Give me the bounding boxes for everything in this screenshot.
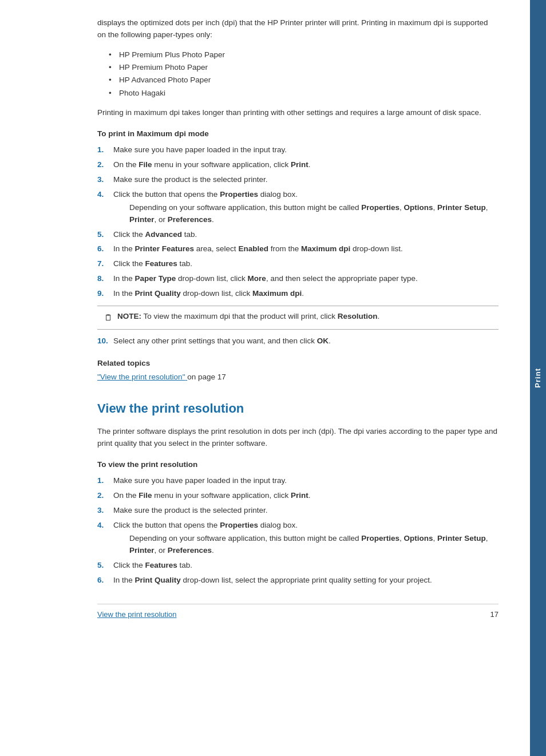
step-num: 5. — [97, 560, 113, 572]
step-text: Click the Features tab. — [113, 258, 498, 270]
step-num: 1. — [97, 144, 113, 156]
step-7: 7. Click the Features tab. — [97, 258, 498, 270]
section2-steps: 1. Make sure you have paper loaded in th… — [97, 475, 498, 586]
step-num: 7. — [97, 258, 113, 270]
step-num: 3. — [97, 505, 113, 517]
section2-title: View the print resolution — [97, 399, 498, 418]
step-text: In the Print Quality drop-down list, sel… — [113, 575, 498, 587]
step-num: 2. — [97, 159, 113, 171]
step-num: 10. — [97, 335, 113, 347]
step10-list: 10. Select any other print settings that… — [97, 335, 498, 347]
s2-step-3: 3. Make sure the product is the selected… — [97, 505, 498, 517]
step-text: Make sure the product is the selected pr… — [113, 174, 498, 186]
note-icon: 🗒 — [104, 311, 113, 324]
step-content: Click the button that opens the Properti… — [113, 189, 498, 226]
list-item: HP Premium Plus Photo Paper — [109, 49, 498, 61]
step-num: 2. — [97, 490, 113, 502]
step-9: 9. In the Print Quality drop-down list, … — [97, 288, 498, 300]
step-indent: Depending on your software application, … — [129, 202, 498, 226]
section2-heading: To view the print resolution — [97, 459, 498, 470]
step-text: Make sure the product is the selected pr… — [113, 505, 498, 517]
step-num: 8. — [97, 273, 113, 285]
step-num: 5. — [97, 229, 113, 241]
step-4: 4. Click the button that opens the Prope… — [97, 189, 498, 226]
section2-intro: The printer software displays the print … — [97, 426, 498, 450]
step-num: 6. — [97, 575, 113, 587]
related-topics-suffix: on page 17 — [187, 373, 226, 381]
step-num: 3. — [97, 174, 113, 186]
footer-page: 17 — [490, 609, 498, 620]
step-text: On the File menu in your software applic… — [113, 490, 498, 502]
footer-link[interactable]: View the print resolution — [97, 609, 177, 620]
step-num: 9. — [97, 288, 113, 300]
step-3: 3. Make sure the product is the selected… — [97, 174, 498, 186]
related-topics-heading: Related topics — [97, 358, 498, 369]
step-text: Click the button that opens the Properti… — [113, 189, 498, 201]
note-box: 🗒 NOTE: To view the maximum dpi that the… — [97, 306, 498, 330]
list-item: HP Premium Photo Paper — [109, 62, 498, 73]
step-text: Make sure you have paper loaded in the i… — [113, 144, 498, 156]
step-num: 6. — [97, 243, 113, 255]
step-text: Select any other print settings that you… — [113, 335, 498, 347]
step-5: 5. Click the Advanced tab. — [97, 229, 498, 241]
step-6: 6. In the Printer Features area, select … — [97, 243, 498, 255]
related-topics-anchor[interactable]: "View the print resolution" — [97, 373, 187, 381]
step-2: 2. On the File menu in your software app… — [97, 159, 498, 171]
step-num: 4. — [97, 189, 113, 226]
step-text: Click the Advanced tab. — [113, 229, 498, 241]
step-num: 4. — [97, 520, 113, 557]
related-topics-link: "View the print resolution" on page 17 — [97, 371, 498, 383]
step-text: In the Print Quality drop-down list, cli… — [113, 288, 498, 300]
right-sidebar-tab: Print — [530, 0, 546, 756]
s2-step-6: 6. In the Print Quality drop-down list, … — [97, 575, 498, 587]
s2-step-5: 5. Click the Features tab. — [97, 560, 498, 572]
intro-text: displays the optimized dots per inch (dp… — [97, 17, 498, 41]
s2-step-4: 4. Click the button that opens the Prope… — [97, 520, 498, 557]
list-item: HP Advanced Photo Paper — [109, 74, 498, 86]
content-area: displays the optimized dots per inch (dp… — [0, 0, 530, 756]
bullet-list: HP Premium Plus Photo Paper HP Premium P… — [109, 49, 498, 99]
page-container: displays the optimized dots per inch (dp… — [0, 0, 546, 756]
s2-step-2: 2. On the File menu in your software app… — [97, 490, 498, 502]
step-text: On the File menu in your software applic… — [113, 159, 498, 171]
step-text: Make sure you have paper loaded in the i… — [113, 475, 498, 487]
step-text: Click the Features tab. — [113, 560, 498, 572]
paragraph1: Printing in maximum dpi takes longer tha… — [97, 107, 498, 119]
step-8: 8. In the Paper Type drop-down list, cli… — [97, 273, 498, 285]
note-text: NOTE: To view the maximum dpi that the p… — [117, 311, 379, 322]
steps-list: 1. Make sure you have paper loaded in th… — [97, 144, 498, 300]
list-item: Photo Hagaki — [109, 88, 498, 99]
s2-step-1: 1. Make sure you have paper loaded in th… — [97, 475, 498, 487]
step-text: In the Paper Type drop-down list, click … — [113, 273, 498, 285]
section1-heading: To print in Maximum dpi mode — [97, 128, 498, 140]
step-10: 10. Select any other print settings that… — [97, 335, 498, 347]
step-indent: Depending on your software application, … — [129, 533, 498, 557]
step-text: In the Printer Features area, select Ena… — [113, 243, 498, 255]
step-content: Click the button that opens the Properti… — [113, 520, 498, 557]
step-num: 1. — [97, 475, 113, 487]
step-1: 1. Make sure you have paper loaded in th… — [97, 144, 498, 156]
footer: View the print resolution 17 — [97, 604, 498, 620]
step-text: Click the button that opens the Properti… — [113, 520, 498, 532]
sidebar-label: Print — [532, 368, 544, 388]
